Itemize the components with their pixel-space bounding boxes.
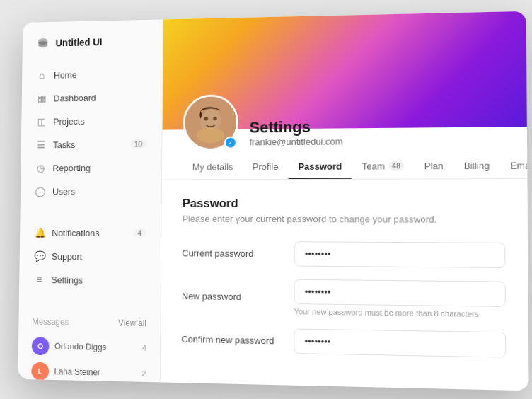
new-password-input[interactable]: [294, 279, 506, 307]
sidebar-item-support[interactable]: 💬 Support: [26, 245, 154, 268]
sidebar-item-label: Projects: [53, 115, 146, 127]
logo-icon: [35, 35, 50, 51]
field-label: New password: [182, 291, 294, 303]
message-sender-name: Lana Steiner: [54, 366, 137, 378]
confirm-password-input[interactable]: [294, 328, 506, 357]
field-input-wrap: Your new password must be more than 8 ch…: [294, 279, 506, 319]
section-title: Password: [183, 197, 505, 212]
app-name: Untitled UI: [55, 37, 102, 49]
tab-label: Password: [298, 161, 342, 172]
tab-password[interactable]: Password: [288, 154, 352, 178]
messages-header: Messages View all: [32, 317, 146, 328]
field-input-wrap: [294, 328, 506, 357]
sidebar-item-tasks[interactable]: ☰ Tasks 10: [28, 133, 155, 156]
sidebar-item-settings[interactable]: ≡ Settings: [25, 268, 154, 291]
avatar: L: [31, 362, 49, 381]
messages-divider: [33, 300, 146, 301]
message-count: 4: [142, 344, 146, 352]
profile-banner: ✓ Settings frankie@untitledui.com: [163, 11, 527, 130]
sidebar-item-label: Tasks: [53, 139, 124, 149]
tab-label: Email: [510, 160, 527, 171]
avatar: A: [31, 387, 49, 391]
sidebar-nav: ⌂ Home ▦ Dashboard ◫ Projects ☰ Tasks 10…: [21, 62, 163, 202]
settings-icon: ≡: [34, 274, 45, 285]
main-content: ✓ Settings frankie@untitledui.com My det…: [161, 11, 529, 391]
list-item[interactable]: O Orlando Diggs 4: [32, 333, 146, 361]
profile-email: frankie@untitledui.com: [250, 136, 343, 147]
messages-section: Messages View all O Orlando Diggs 4 L La…: [18, 310, 160, 391]
tab-plan[interactable]: Plan: [414, 154, 453, 179]
tab-team[interactable]: Team 48: [352, 154, 414, 179]
current-password-input[interactable]: [294, 241, 506, 268]
home-icon: ⌂: [37, 69, 47, 81]
confirm-password-field: Confirm new password: [181, 327, 506, 358]
messages-title: Messages: [32, 317, 69, 328]
tasks-icon: ☰: [35, 139, 46, 151]
sidebar-item-label: Notifications: [52, 227, 127, 238]
sidebar-item-notifications[interactable]: 🔔 Notifications 4: [26, 221, 154, 244]
tab-billing[interactable]: Billing: [453, 153, 500, 178]
tab-label: Plan: [424, 161, 444, 171]
tab-label: Team: [362, 161, 385, 171]
tab-label: My details: [192, 161, 233, 172]
profile-name: Settings: [250, 117, 343, 137]
sidebar-bottom: 🔔 Notifications 4 💬 Support ≡ Settings: [19, 221, 161, 292]
field-label: Confirm new password: [181, 334, 294, 347]
field-hint: Your new password must be more than 8 ch…: [294, 307, 506, 318]
field-label: Current password: [182, 248, 294, 259]
sidebar-item-dashboard[interactable]: ▦ Dashboard: [28, 86, 155, 109]
team-badge: 48: [388, 161, 404, 170]
tabs-bar: My details Profile Password Team 48 Plan…: [162, 153, 527, 180]
tab-label: Profile: [253, 161, 279, 172]
tab-my-details[interactable]: My details: [183, 154, 243, 179]
message-count: 2: [141, 369, 146, 378]
message-sender-name: Orlando Diggs: [54, 342, 137, 353]
tab-profile[interactable]: Profile: [243, 154, 289, 179]
dashboard-icon: ▦: [36, 93, 47, 104]
current-password-field: Current password: [182, 241, 505, 268]
reporting-icon: ◷: [35, 163, 46, 174]
notifications-icon: 🔔: [35, 227, 45, 238]
sidebar-item-users[interactable]: ◯ Users: [27, 180, 154, 202]
sidebar-item-label: Home: [54, 68, 147, 80]
sidebar-item-label: Dashboard: [54, 92, 147, 103]
verified-badge: ✓: [224, 137, 237, 149]
new-password-field: New password Your new password must be m…: [182, 278, 506, 318]
profile-text: Settings frankie@untitledui.com: [249, 117, 342, 150]
tasks-badge: 10: [130, 139, 146, 149]
tab-label: Billing: [464, 161, 490, 171]
content-area: Password Please enter your current passw…: [161, 179, 529, 391]
projects-icon: ◫: [36, 116, 47, 127]
field-input-wrap: [294, 241, 506, 268]
sidebar-item-home[interactable]: ⌂ Home: [28, 62, 155, 86]
sidebar-item-label: Support: [52, 251, 146, 262]
list-item[interactable]: L Lana Steiner 2: [31, 359, 146, 386]
section-subtitle: Please enter your current password to ch…: [183, 214, 505, 225]
view-all-messages[interactable]: View all: [118, 318, 146, 329]
sidebar-item-reporting[interactable]: ◷ Reporting: [28, 156, 155, 179]
sidebar-item-label: Reporting: [52, 162, 146, 173]
sidebar-item-projects[interactable]: ◫ Projects: [28, 109, 155, 132]
avatar: O: [32, 337, 50, 355]
users-icon: ◯: [35, 186, 46, 197]
logo: Untitled UI: [22, 33, 162, 64]
profile-info: ✓ Settings frankie@untitledui.com: [183, 93, 343, 151]
sidebar-item-label: Users: [52, 186, 146, 197]
tab-email[interactable]: Email: [500, 153, 528, 178]
sidebar: Untitled UI ⌂ Home ▦ Dashboard ◫ Project…: [18, 19, 163, 382]
notifications-badge: 4: [134, 228, 146, 238]
app-window: Untitled UI ⌂ Home ▦ Dashboard ◫ Project…: [18, 11, 528, 391]
support-icon: 💬: [34, 250, 45, 262]
profile-avatar-wrap: ✓: [183, 94, 238, 151]
sidebar-item-label: Settings: [51, 274, 145, 286]
list-item[interactable]: A Andi Lane 6: [31, 383, 146, 391]
